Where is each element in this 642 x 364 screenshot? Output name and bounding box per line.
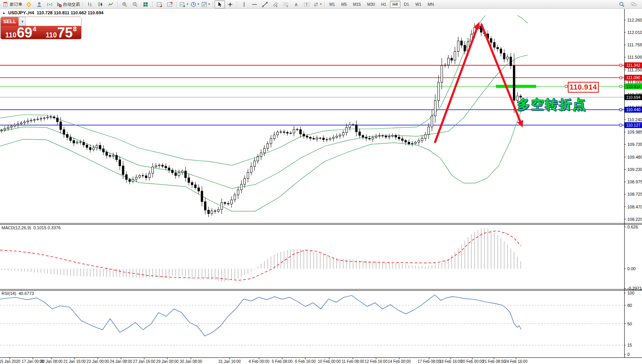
svg-text:18 Feb 16:00: 18 Feb 16:00 <box>439 359 462 364</box>
svg-text:20 Feb 00:00: 20 Feb 00:00 <box>461 359 484 364</box>
svg-text:111.090: 111.090 <box>626 75 640 80</box>
svg-text:27 Jan 16:00: 27 Jan 16:00 <box>133 359 155 364</box>
svg-text:109.735: 109.735 <box>627 142 642 147</box>
svg-text:15: 15 <box>627 343 632 347</box>
svg-text:23 Jan 00:00: 23 Jan 00:00 <box>87 359 109 364</box>
svg-text:15 Jan 2020: 15 Jan 2020 <box>0 359 20 364</box>
svg-text:108.725: 108.725 <box>627 192 642 196</box>
svg-text:0.626: 0.626 <box>627 225 638 229</box>
svg-text:0: 0 <box>627 352 630 357</box>
svg-text:11 Feb 08:00: 11 Feb 08:00 <box>342 359 364 364</box>
svg-text:4 Feb 00:00: 4 Feb 00:00 <box>249 359 269 364</box>
svg-text:12 Feb 16:00: 12 Feb 16:00 <box>365 359 388 364</box>
svg-text:111.505: 111.505 <box>627 55 642 59</box>
svg-text:108.975: 108.975 <box>627 179 642 184</box>
svg-text:110.694: 110.694 <box>626 95 640 100</box>
svg-text:112.010: 112.010 <box>627 30 642 35</box>
svg-text:21 Jan 16:00: 21 Jan 16:00 <box>63 359 86 364</box>
svg-text:110.240: 110.240 <box>627 117 642 122</box>
svg-text:111.250: 111.250 <box>627 68 642 72</box>
svg-text:10 Feb 00:00: 10 Feb 00:00 <box>318 359 341 364</box>
svg-text:110.914: 110.914 <box>626 84 640 89</box>
svg-text:111.342: 111.342 <box>626 63 640 68</box>
svg-text:24 Feb 16:00: 24 Feb 16:00 <box>505 359 528 364</box>
symbol-ohlc: 110.728 110.811 110.662 110.694 <box>37 10 104 15</box>
svg-text:5 Feb 08:00: 5 Feb 08:00 <box>272 359 293 364</box>
svg-text:21 Feb 08:00: 21 Feb 08:00 <box>483 359 506 364</box>
svg-text:109.230: 109.230 <box>627 167 642 172</box>
svg-text:30 Jan 08:00: 30 Jan 08:00 <box>180 359 202 364</box>
svg-text:-0.2971: -0.2971 <box>627 286 642 291</box>
symbol-name: USDJPY-,H4 <box>8 10 34 15</box>
svg-text:31 Jan 16:00: 31 Jan 16:00 <box>218 359 241 364</box>
svg-text:110.127: 110.127 <box>626 123 640 127</box>
svg-text:108.220: 108.220 <box>627 217 642 222</box>
svg-text:17 Feb 08:00: 17 Feb 08:00 <box>418 359 441 364</box>
svg-text:108.470: 108.470 <box>627 205 642 209</box>
svg-text:20 Jan 08:00: 20 Jan 08:00 <box>40 359 63 364</box>
svg-text:109.480: 109.480 <box>627 155 642 159</box>
svg-text:29 Jan 00:00: 29 Jan 00:00 <box>156 359 179 364</box>
svg-text:111.755: 111.755 <box>627 42 642 47</box>
svg-text:110.440: 110.440 <box>626 107 640 112</box>
annotation-text[interactable]: 多空转折点 <box>517 96 587 113</box>
svg-text:100: 100 <box>627 291 634 295</box>
svg-text:80: 80 <box>627 303 632 308</box>
svg-text:112.260: 112.260 <box>627 18 642 22</box>
price-annotation-box[interactable]: 110.914 <box>568 82 599 93</box>
volume-input[interactable] <box>26 17 81 26</box>
one-click-trading-panel: SELL ▼ ▲ BUY 110694 110758 <box>1 17 81 39</box>
svg-text:14 Feb 00:00: 14 Feb 00:00 <box>388 359 411 364</box>
svg-text:109.985: 109.985 <box>627 130 642 134</box>
svg-text:50: 50 <box>627 322 632 326</box>
rsi-label: RSI(14)40.6773 <box>2 291 34 296</box>
svg-text:0.00: 0.00 <box>627 266 635 271</box>
buy-price[interactable]: 110758 <box>41 26 82 39</box>
sell-button[interactable]: SELL <box>1 17 19 26</box>
svg-text:24 Jan 08:00: 24 Jan 08:00 <box>110 359 132 364</box>
mt4-window: 新订单自动交易▾▾▾EFAT▾M1M5M15M30H1H4D1W1MN 112.… <box>0 0 642 364</box>
svg-text:6 Feb 16:00: 6 Feb 16:00 <box>295 359 316 364</box>
sell-price[interactable]: 110694 <box>1 26 41 39</box>
macd-label: MACD(12,26,9)0.1015 0.3376 <box>2 225 61 230</box>
chart-canvas[interactable]: 112.260112.010111.755111.505111.250111.0… <box>0 0 642 364</box>
symbol-info: ▲ USDJPY-,H4 110.728 110.811 110.662 110… <box>2 10 104 15</box>
collapse-panel-icon[interactable]: ▲ <box>2 11 5 15</box>
